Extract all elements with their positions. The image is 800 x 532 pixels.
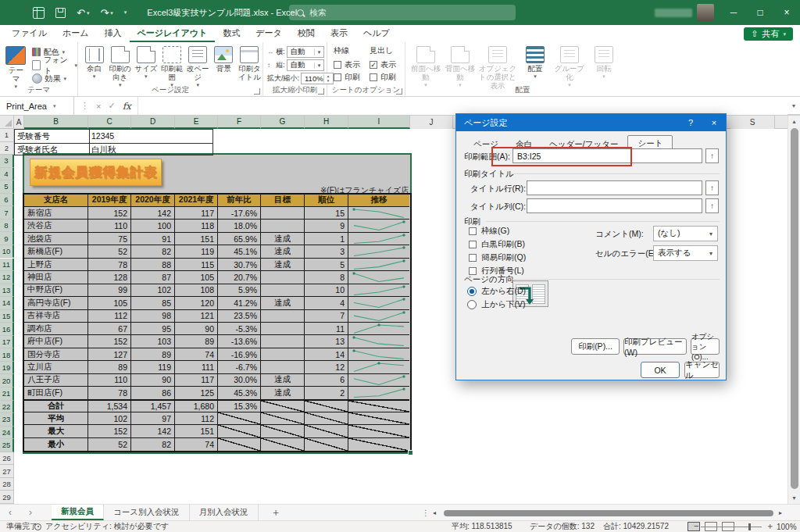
scroll-up-icon[interactable]: ▴: [788, 118, 800, 125]
cell-sparkline[interactable]: [348, 220, 409, 232]
cell-summary-value[interactable]: 82: [131, 438, 175, 451]
cell-goal[interactable]: [261, 310, 305, 323]
ribbon-tab-表示[interactable]: 表示: [323, 25, 355, 42]
vertical-scroll-thumb[interactable]: [791, 128, 798, 489]
cell-yoy[interactable]: 41.2%: [218, 297, 261, 309]
cell-year-value[interactable]: 67: [88, 323, 131, 335]
ribbon-button-改ページ[interactable]: 改ページ▾: [185, 46, 211, 88]
cell-year-value[interactable]: 117: [175, 207, 218, 220]
cell-sparkline[interactable]: [348, 245, 409, 258]
column-header-I[interactable]: I: [348, 116, 410, 129]
zoom-slider-thumb[interactable]: [748, 523, 751, 530]
cell-store-name[interactable]: 町田店(F): [24, 387, 88, 399]
cell-year-value[interactable]: 152: [88, 207, 131, 220]
sheet-tab-コース別入会状況[interactable]: コース別入会状況: [104, 505, 190, 520]
ribbon-tab-ページレイアウト[interactable]: ページレイアウト: [130, 25, 216, 42]
cell-summary-value[interactable]: 52: [88, 438, 131, 451]
cell-rank[interactable]: 1: [305, 233, 348, 245]
cell-summary-label[interactable]: 合計: [24, 400, 88, 412]
cell-year-value[interactable]: 128: [88, 271, 131, 284]
row-header-25[interactable]: 25: [0, 439, 14, 452]
row-header-27[interactable]: 27: [0, 465, 14, 478]
cell-rank[interactable]: 9: [305, 220, 348, 232]
comment-dropdown[interactable]: (なし)▾: [653, 226, 718, 241]
column-header-C[interactable]: C: [88, 116, 131, 129]
dialog-titlebar[interactable]: ページ設定 ? ×: [456, 114, 726, 131]
table-header-順位[interactable]: 順位: [305, 195, 348, 207]
cell-goal[interactable]: [261, 207, 305, 220]
cell-rank[interactable]: 3: [305, 245, 348, 258]
cell-year-value[interactable]: 85: [131, 297, 175, 309]
table-header-目標[interactable]: 目標: [261, 195, 305, 207]
cell-summary-value[interactable]: 152: [88, 425, 131, 437]
scroll-down-icon[interactable]: ▾: [788, 495, 800, 502]
formula-input[interactable]: [138, 97, 800, 115]
share-button[interactable]: ⇧ 共有 ▾: [744, 27, 793, 41]
cell-goal[interactable]: 達成: [261, 374, 305, 387]
cell-goal[interactable]: 達成: [261, 259, 305, 271]
column-header-G[interactable]: G: [261, 116, 305, 129]
cell-summary-yoy[interactable]: 15.3%: [218, 400, 261, 412]
avatar[interactable]: [697, 4, 714, 21]
cell-error-dropdown[interactable]: 表示する▾: [653, 245, 718, 261]
cell-rank[interactable]: 6: [305, 374, 348, 387]
checked-checkbox-icon[interactable]: ✓: [370, 61, 377, 69]
row-header-5[interactable]: 5: [0, 180, 14, 194]
cell-rank[interactable]: 11: [305, 323, 348, 335]
row-header-24[interactable]: 24: [0, 427, 14, 440]
cell-year-value[interactable]: 121: [175, 310, 218, 323]
title-rows-input[interactable]: [527, 180, 702, 195]
ribbon-tab-挿入[interactable]: 挿入: [97, 25, 130, 42]
grip-icon[interactable]: ⋮: [80, 101, 89, 111]
vertical-scrollbar[interactable]: ▴ ▾: [788, 116, 800, 504]
cell-year-value[interactable]: 75: [88, 233, 131, 245]
cell-year-value[interactable]: 108: [175, 284, 218, 297]
cell-goal[interactable]: [261, 348, 305, 361]
cell-year-value[interactable]: 110: [88, 220, 131, 232]
table-header-2020年度[interactable]: 2020年度: [131, 195, 175, 207]
cell-year-value[interactable]: 87: [131, 271, 175, 284]
selected-radio-icon[interactable]: [467, 287, 477, 296]
見出し-表示-checkbox[interactable]: ✓表示: [370, 59, 396, 71]
cell-year-value[interactable]: 95: [131, 323, 175, 335]
cell-year-value[interactable]: 115: [175, 259, 218, 271]
cell-year-value[interactable]: 90: [131, 374, 175, 387]
cell-store-name[interactable]: 吉祥寺店: [24, 310, 88, 323]
print-area-collapse-icon[interactable]: ↑: [705, 148, 719, 163]
cell-yoy[interactable]: 45.3%: [218, 387, 261, 399]
close-button[interactable]: ×: [773, 0, 800, 25]
row-header-18[interactable]: 18: [0, 348, 14, 362]
row-header-12[interactable]: 12: [0, 271, 14, 284]
cancel-entry-icon[interactable]: ×: [96, 102, 101, 111]
table-header-2021年度[interactable]: 2021年度: [175, 195, 218, 207]
cell-year-value[interactable]: 99: [88, 284, 131, 297]
undo-button[interactable]: ↶▾: [77, 8, 89, 18]
cell-year-value[interactable]: 152: [88, 335, 131, 348]
cell-year-value[interactable]: 105: [88, 297, 131, 309]
cell-goal[interactable]: [261, 323, 305, 335]
cell-store-name[interactable]: 池袋店: [24, 233, 88, 245]
見出し-印刷-checkbox[interactable]: 印刷: [370, 71, 396, 84]
cell-yoy[interactable]: 30.7%: [218, 259, 261, 271]
cell-rank[interactable]: 15: [305, 207, 348, 220]
cell-sparkline[interactable]: [348, 284, 409, 297]
枠線-表示-checkbox[interactable]: 表示: [334, 59, 360, 71]
options-button[interactable]: オプション(O)...: [691, 338, 720, 355]
ribbon-tab-ヘルプ[interactable]: ヘルプ: [355, 25, 398, 42]
table-header-2019年度[interactable]: 2019年度: [88, 195, 131, 207]
account-area[interactable]: [655, 4, 714, 21]
table-header-支店名[interactable]: 支店名: [24, 195, 88, 207]
cell-sparkline[interactable]: [348, 271, 409, 284]
cell-sparkline[interactable]: [348, 361, 409, 373]
row-header-20[interactable]: 20: [0, 374, 14, 387]
cell-yoy[interactable]: 18.0%: [218, 220, 261, 232]
column-header-J[interactable]: J: [410, 116, 453, 129]
cell-yoy[interactable]: -6.7%: [218, 361, 261, 373]
cell-year-value[interactable]: 91: [131, 233, 175, 245]
ribbon-button-印刷範囲[interactable]: 印刷範囲▾: [159, 46, 184, 88]
table-header-前年比[interactable]: 前年比: [218, 195, 261, 207]
row-header-23[interactable]: 23: [0, 413, 14, 427]
cell-year-value[interactable]: 98: [131, 310, 175, 323]
row-header-2[interactable]: 2: [0, 142, 14, 155]
cell-summary-value[interactable]: 112: [175, 412, 218, 425]
